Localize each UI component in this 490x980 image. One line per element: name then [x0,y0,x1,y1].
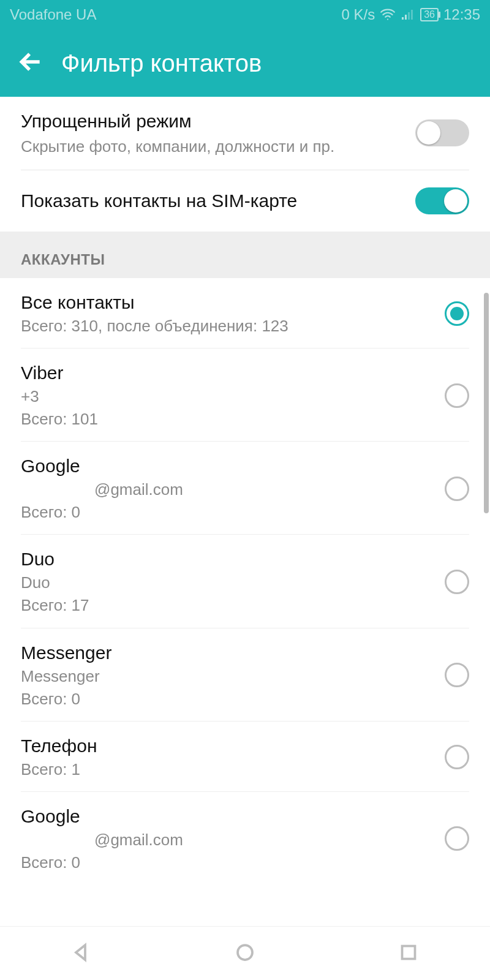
svg-point-4 [238,945,252,960]
account-detail: Всего: 101 [21,409,445,430]
radio-button[interactable] [445,301,469,326]
status-right: 0 K/s 36 12:35 [341,6,480,23]
setting-simple-mode[interactable]: Упрощенный режим Скрытие фото, компании,… [0,97,490,170]
svg-rect-0 [402,17,404,20]
account-row[interactable]: Google@gmail.comВсего: 0 [0,792,490,884]
account-detail: Всего: 17 [21,595,445,616]
account-row[interactable]: DuoDuoВсего: 17 [0,535,490,627]
clock: 12:35 [443,6,480,23]
page-title: Фильтр контактов [61,50,262,77]
account-title: Телефон [21,734,445,758]
section-gap [0,232,490,236]
account-detail: Всего: 0 [21,852,445,873]
account-title: Все контакты [21,290,445,314]
setting-subtitle: Скрытие фото, компании, должности и пр. [21,135,415,157]
radio-button[interactable] [445,745,469,769]
account-detail: @gmail.com [21,479,445,500]
radio-button[interactable] [445,826,469,851]
section-header-label: АККАУНТЫ [21,251,469,268]
account-title: Messenger [21,641,445,665]
radio-button[interactable] [445,477,469,501]
nav-home-icon[interactable] [234,941,256,966]
scrollbar[interactable] [484,293,489,513]
account-detail: Всего: 0 [21,502,445,523]
radio-button[interactable] [445,383,469,408]
net-speed: 0 K/s [341,6,375,23]
back-icon[interactable] [17,48,44,78]
account-detail: Всего: 1 [21,759,445,780]
account-title: Google [21,454,445,478]
setting-show-sim[interactable]: Показать контакты на SIM-карте [0,170,490,232]
account-row[interactable]: Viber+3Всего: 101 [0,349,490,441]
content-area: Упрощенный режим Скрытие фото, компании,… [0,97,490,926]
battery-icon: 36 [420,8,439,21]
account-detail: @gmail.com [21,829,445,851]
account-title: Duo [21,547,445,571]
account-row[interactable]: Все контактыВсего: 310, после объединени… [0,278,490,348]
svg-rect-2 [408,12,410,20]
setting-title: Показать контакты на SIM-карте [21,189,415,214]
carrier-label: Vodafone UA [10,6,96,23]
account-row[interactable]: Google@gmail.comВсего: 0 [0,442,490,534]
toggle-switch[interactable] [415,119,469,146]
radio-button[interactable] [445,570,469,594]
app-bar: Фильтр контактов [0,29,490,97]
signal-icon [401,7,415,22]
wifi-icon [380,7,396,23]
svg-rect-3 [411,10,413,20]
status-bar: Vodafone UA 0 K/s 36 12:35 [0,0,490,29]
system-nav-bar [0,926,490,980]
nav-back-icon[interactable] [70,941,92,966]
account-detail: Duo [21,572,445,594]
account-detail: Messenger [21,666,445,687]
account-detail: Всего: 310, после объединения: 123 [21,315,445,337]
account-detail: +3 [21,386,445,407]
account-detail: Всего: 0 [21,688,445,710]
setting-title: Упрощенный режим [21,109,415,134]
account-row[interactable]: MessengerMessengerВсего: 0 [0,628,490,721]
account-row[interactable]: ТелефонВсего: 1 [0,722,490,791]
radio-button[interactable] [445,663,469,687]
svg-rect-5 [402,946,415,959]
svg-rect-1 [405,15,407,20]
account-title: Viber [21,361,445,385]
section-header-accounts: АККАУНТЫ [0,236,490,278]
toggle-switch[interactable] [415,187,469,214]
nav-recent-icon[interactable] [398,941,420,966]
account-title: Google [21,804,445,828]
